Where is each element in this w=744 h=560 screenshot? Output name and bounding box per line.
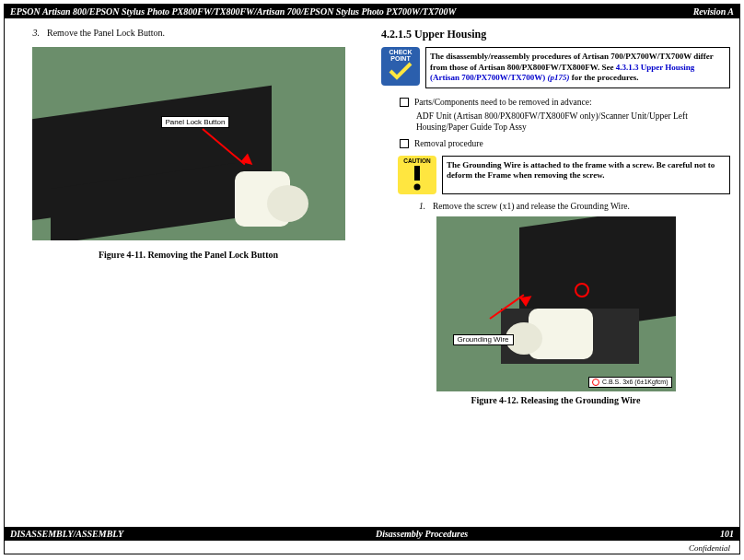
cbs-text: C.B.S. 3x6 (6±1Kgfcm) [602,379,668,385]
header-revision: Revision A [693,6,734,17]
check-link-page[interactable]: (p175) [545,73,569,82]
page-frame: EPSON Artisan 800/EPSON Stylus Photo PX8… [4,4,740,554]
right-column: 4.2.1.5 Upper Housing CHECK POINT The di… [381,28,730,405]
check-point-badge: CHECK POINT [381,47,420,86]
check-label-2: POINT [381,55,420,62]
footer-bar: DISASSEMBLY/ASSEMBLY Disassembly Procedu… [5,527,739,541]
callout-panel-lock: Panel Lock Button [161,116,230,128]
exclamation-icon [404,164,430,192]
step-text: Remove the Panel Lock Button. [47,28,165,38]
callout2-text: Grounding Wire [458,335,509,344]
header-title: EPSON Artisan 800/EPSON Stylus Photo PX8… [10,6,456,17]
header-bar: EPSON Artisan 800/EPSON Stylus Photo PX8… [5,5,739,18]
screw-legend-icon [592,379,599,386]
prereq-label: Parts/Components need to be removed in a… [414,98,592,107]
screw-marker-icon [575,283,589,298]
check-label-1: CHECK [381,49,420,55]
content-area: 3. Remove the Panel Lock Button. Panel L… [5,18,739,414]
confidential-label: Confidential [689,543,730,553]
checkbox-icon [400,98,409,107]
svg-rect-0 [414,166,420,181]
check-text-2: for the procedures. [570,73,639,82]
caution-label: CAUTION [398,158,436,164]
step-3: 3. Remove the Panel Lock Button. [23,28,363,38]
step-number: 3. [23,28,40,38]
section-heading: 4.2.1.5 Upper Housing [381,28,730,41]
callout-grounding-wire: Grounding Wire [453,334,514,345]
check-point-text: The disassembly/reassembly procedures of… [425,47,730,88]
prereq-text: ADF Unit (Artisan 800/PX800FW/TX800FW on… [416,111,730,134]
procedure-label: Removal procedure [414,139,483,148]
figure-4-12: Grounding Wire C.B.S. 3x6 (6±1Kgfcm) [436,216,676,391]
figure-4-12-caption: Figure 4-12. Releasing the Grounding Wir… [381,395,730,405]
footer-page: 101 [720,529,734,539]
cylinder-part [267,185,308,222]
caution-box: CAUTION The Grounding Wire is attached t… [398,156,730,194]
procedure-row: Removal procedure [400,139,730,148]
cbs-spec-box: C.B.S. 3x6 (6±1Kgfcm) [588,377,672,388]
figure-4-11-caption: Figure 4-11. Removing the Panel Lock But… [14,250,363,260]
step-1-text: Remove the screw (x1) and release the Gr… [433,202,630,211]
step-1: 1. Remove the screw (x1) and release the… [409,202,730,211]
footer-center: Disassembly Procedures [376,529,468,539]
figure-4-11: Panel Lock Button [32,47,345,240]
svg-point-1 [414,183,421,190]
step-1-number: 1. [409,202,425,211]
check-point-box: CHECK POINT The disassembly/reassembly p… [381,47,730,88]
left-column: 3. Remove the Panel Lock Button. Panel L… [14,28,363,405]
prereq-row: Parts/Components need to be removed in a… [400,98,730,107]
caution-badge: CAUTION [398,156,436,194]
checkmark-icon [389,62,413,80]
footer-left: DISASSEMBLY/ASSEMBLY [10,529,123,539]
checkbox-icon [400,139,409,148]
caution-text: The Grounding Wire is attached to the fr… [442,156,730,194]
